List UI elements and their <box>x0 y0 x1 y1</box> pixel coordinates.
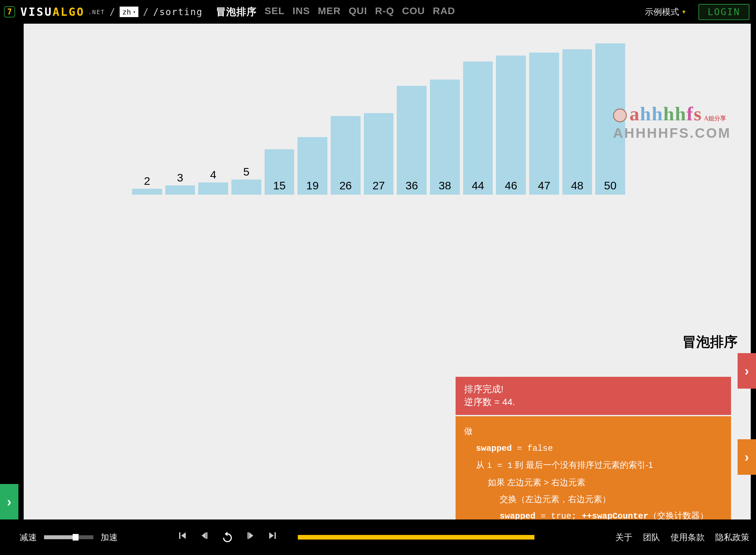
bar-value: 36 <box>406 179 418 192</box>
bar: 4 <box>198 168 228 195</box>
code-line: 从 i = 1 到 最后一个没有排序过元素的索引-1 <box>464 457 722 474</box>
bar-value: 4 <box>210 168 216 181</box>
svg-rect-5 <box>248 532 249 539</box>
logo-badge[interactable]: 7 <box>4 6 15 17</box>
chevron-down-icon: ▾ <box>133 9 136 14</box>
bar-value: 44 <box>472 179 484 192</box>
footer-team-link[interactable]: 团队 <box>643 532 660 543</box>
status-panel: 排序完成! 逆序数 = 44. <box>455 377 731 415</box>
code-token: i = 1 <box>487 461 513 470</box>
bar: 5 <box>231 165 261 195</box>
bar: 19 <box>298 137 327 195</box>
status-line-2: 逆序数 = 44. <box>464 395 722 409</box>
bar-value: 46 <box>505 179 517 192</box>
code-token: swapped <box>476 443 512 454</box>
playback-progress[interactable] <box>298 535 534 540</box>
step-back-icon[interactable] <box>199 531 209 544</box>
code-line: swapped = true; ++swapCounter（交换计数器） <box>464 507 722 519</box>
svg-marker-1 <box>181 532 186 539</box>
tab-bubble-sort[interactable]: 冒泡排序 <box>216 5 257 19</box>
bar-value: 26 <box>339 179 352 192</box>
separator-slash: / <box>143 7 148 17</box>
tab-counting-sort[interactable]: COU <box>402 5 425 19</box>
code-drawer-toggle[interactable]: › <box>738 439 756 475</box>
tab-insertion-sort[interactable]: INS <box>293 5 310 19</box>
pseudocode-panel: 做 swapped = false 从 i = 1 到 最后一个没有排序过元素的… <box>455 416 731 519</box>
chevron-right-icon: › <box>745 450 749 465</box>
brand-net: .NET <box>88 8 105 15</box>
left-drawer-toggle[interactable]: › <box>0 484 18 519</box>
bar: 15 <box>265 149 295 195</box>
svg-rect-7 <box>274 532 276 539</box>
login-button[interactable]: LOGIN <box>699 4 749 20</box>
brand-algo: ALGO <box>53 5 85 18</box>
bar: 46 <box>496 55 526 195</box>
code-line: 交换（左边元素，右边元素） <box>464 491 722 508</box>
bar-value: 3 <box>177 171 183 184</box>
tab-selection-sort[interactable]: SEL <box>265 5 285 19</box>
brand-visu: VISU <box>20 5 53 18</box>
skip-end-icon[interactable] <box>268 531 277 544</box>
playback-controls <box>177 531 277 544</box>
code-token: = true; <box>535 511 581 519</box>
chevron-right-icon: › <box>745 364 749 378</box>
mode-select[interactable]: 示例模式 ▾ <box>645 6 685 18</box>
tab-radix-sort[interactable]: RAD <box>433 5 455 19</box>
code-line: swapped = false <box>464 439 722 457</box>
replay-icon[interactable] <box>221 531 234 544</box>
section-title: 冒泡排序 <box>682 333 738 351</box>
speed-thumb[interactable] <box>73 534 79 541</box>
watermark: ahhhhfs A姐分享 AHHHHFS.COM <box>613 102 731 141</box>
footer-terms-link[interactable]: 使用条款 <box>671 532 705 543</box>
tab-random-quick-sort[interactable]: R-Q <box>375 5 394 19</box>
code-token: （交换计数器） <box>649 511 708 519</box>
code-token: = false <box>512 443 553 454</box>
status-line-1: 排序完成! <box>464 383 722 395</box>
separator-slash: / <box>109 7 115 17</box>
code-line: 做 <box>464 423 722 439</box>
speed-slow-label: 减速 <box>20 532 37 543</box>
code-token: ++swapCounter <box>582 511 649 519</box>
route-path[interactable]: /sorting <box>153 7 203 17</box>
bar-value: 47 <box>538 179 550 192</box>
code-token: 到 最后一个没有排序过元素的索引-1 <box>513 460 653 470</box>
bar-value: 50 <box>604 179 617 192</box>
svg-marker-2 <box>202 532 206 539</box>
chevron-right-icon: › <box>7 495 11 509</box>
bar-value: 15 <box>273 179 285 192</box>
footer-privacy-link[interactable]: 隐私政策 <box>715 532 749 543</box>
bar-value: 5 <box>243 165 250 178</box>
status-drawer-toggle[interactable]: › <box>738 353 756 389</box>
bar-value: 38 <box>439 179 451 192</box>
svg-rect-0 <box>179 532 180 539</box>
svg-marker-4 <box>249 532 254 539</box>
language-select[interactable]: zh ▾ <box>120 7 138 17</box>
speed-slider[interactable] <box>44 535 93 539</box>
skip-start-icon[interactable] <box>177 531 187 544</box>
watermark-tag: A姐分享 <box>704 115 726 122</box>
svg-rect-3 <box>206 532 208 539</box>
brand-logo[interactable]: VISUALGO <box>20 5 85 18</box>
status-period: . <box>513 397 515 407</box>
bar: 38 <box>430 80 460 195</box>
bar: 27 <box>364 113 394 195</box>
bar-value: 2 <box>144 175 150 187</box>
code-token: swapped <box>500 511 535 519</box>
bar: 26 <box>331 116 361 195</box>
bar-value: 48 <box>571 179 583 192</box>
footer-about-link[interactable]: 关于 <box>615 532 632 543</box>
bar-value: 27 <box>372 179 385 192</box>
bottom-bar: 减速 加速 关于 团队 使用条款 隐私政策 <box>0 519 756 555</box>
svg-marker-6 <box>269 532 274 539</box>
tab-quick-sort[interactable]: QUI <box>349 5 367 19</box>
speed-fill <box>44 535 74 539</box>
bar: 44 <box>463 61 493 195</box>
bar: 36 <box>397 86 427 195</box>
bar: 3 <box>165 171 195 195</box>
step-forward-icon[interactable] <box>246 531 256 544</box>
tab-merge-sort[interactable]: MER <box>318 5 341 19</box>
bar: 50 <box>595 43 625 195</box>
status-inversions-label: 逆序数 = <box>464 397 502 407</box>
code-line: 如果 左边元素 > 右边元素 <box>464 474 722 491</box>
progress-fill <box>298 535 534 540</box>
